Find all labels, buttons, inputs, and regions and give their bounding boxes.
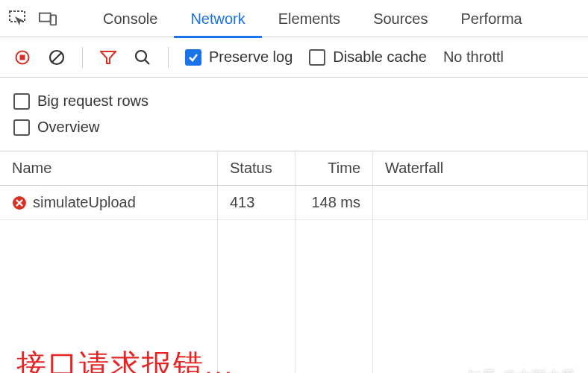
tab-performance[interactable]: Performa	[445, 0, 539, 37]
dock-controls	[9, 10, 57, 28]
annotation-text: 接口请求报错...	[16, 345, 234, 373]
disable-cache-label: Disable cache	[333, 48, 427, 66]
svg-rect-4	[20, 54, 25, 60]
disable-cache-checkbox[interactable]: Disable cache	[309, 48, 427, 66]
device-mode-icon[interactable]	[39, 10, 57, 28]
clear-icon[interactable]	[48, 48, 66, 66]
cell-status: 413	[218, 186, 295, 219]
request-name: simulateUpload	[33, 194, 136, 211]
checkbox-icon	[13, 119, 30, 136]
watermark: 知乎 @水冗水孚	[467, 367, 576, 373]
network-toolbar: Preserve log Disable cache No throttl	[0, 37, 588, 78]
col-name[interactable]: Name	[0, 151, 218, 185]
checkbox-icon	[13, 93, 30, 110]
tab-sources[interactable]: Sources	[357, 0, 444, 37]
col-waterfall[interactable]: Waterfall	[373, 151, 588, 185]
error-icon	[12, 195, 27, 210]
col-time[interactable]: Time	[295, 151, 373, 185]
tab-console[interactable]: Console	[87, 0, 174, 37]
checkbox-icon	[309, 49, 325, 66]
svg-rect-1	[40, 13, 51, 21]
network-options: Big request rows Overview	[0, 78, 588, 151]
checkbox-icon	[185, 49, 201, 66]
table-body-empty: 接口请求报错... 知乎 @水冗水孚	[0, 220, 588, 373]
table-header: Name Status Time Waterfall	[0, 151, 588, 186]
big-request-rows-checkbox[interactable]: Big request rows	[13, 93, 575, 110]
network-table: Name Status Time Waterfall simulateUploa…	[0, 151, 588, 373]
cell-name: simulateUpload	[0, 186, 218, 219]
svg-line-8	[145, 60, 149, 64]
throttling-select[interactable]: No throttl	[443, 48, 504, 66]
overview-checkbox[interactable]: Overview	[13, 119, 575, 136]
tab-elements[interactable]: Elements	[262, 0, 357, 37]
overview-label: Overview	[37, 119, 99, 136]
table-row[interactable]: simulateUpload 413 148 ms	[0, 186, 588, 220]
col-status[interactable]: Status	[218, 151, 295, 185]
cell-waterfall	[373, 186, 588, 219]
preserve-log-label: Preserve log	[209, 48, 293, 66]
toolbar-separator	[82, 47, 83, 68]
toolbar-separator	[168, 47, 169, 68]
col-waterfall-label: Waterfall	[385, 160, 443, 177]
record-icon[interactable]	[13, 48, 31, 66]
preserve-log-checkbox[interactable]: Preserve log	[185, 48, 293, 66]
search-icon[interactable]	[134, 48, 151, 66]
svg-point-7	[136, 51, 146, 61]
svg-line-6	[52, 53, 61, 62]
devtools-tabs: Console Network Elements Sources Perform…	[0, 0, 588, 37]
cell-time: 148 ms	[295, 186, 373, 219]
tab-network[interactable]: Network	[174, 0, 261, 37]
inspect-icon[interactable]	[9, 10, 27, 28]
big-request-rows-label: Big request rows	[37, 93, 148, 110]
filter-icon[interactable]	[99, 48, 117, 66]
svg-rect-2	[51, 15, 56, 25]
